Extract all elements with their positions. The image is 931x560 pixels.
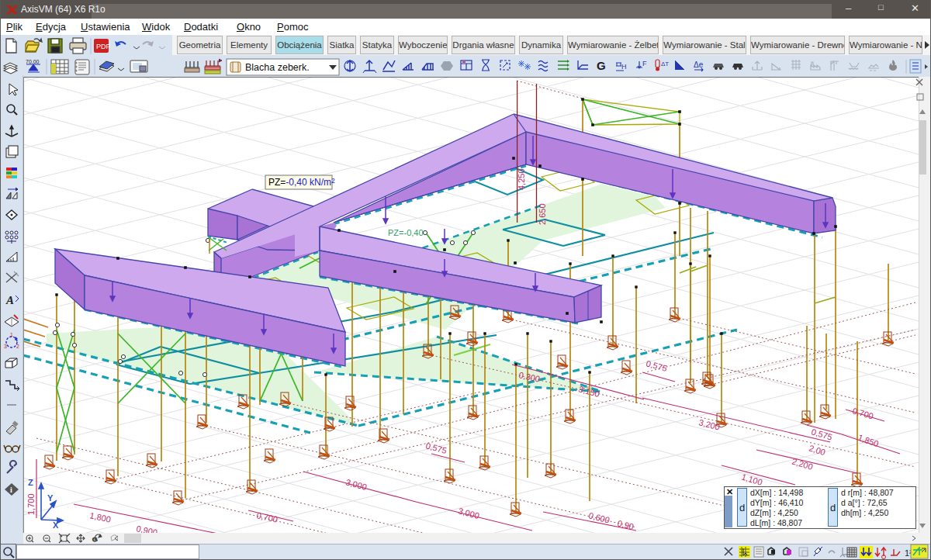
svg-text:0,575: 0,575: [810, 427, 833, 441]
svg-text:2,00: 2,00: [808, 443, 826, 457]
svg-text:A: A: [5, 294, 14, 306]
svg-text:PZ=-0,40: PZ=-0,40: [388, 228, 424, 237]
svg-text:1: 1: [10, 332, 13, 337]
svg-text:H: H: [621, 63, 627, 71]
svg-text:Y: Y: [47, 493, 54, 503]
svg-text:G: G: [597, 59, 606, 72]
svg-text:3,000: 3,000: [457, 506, 480, 520]
svg-text:3,000: 3,000: [344, 477, 368, 492]
svg-text:F: F: [642, 60, 647, 67]
svg-text:0,575: 0,575: [645, 358, 668, 373]
svg-text:4,250: 4,250: [517, 168, 526, 190]
svg-text:3,200: 3,200: [698, 417, 722, 431]
svg-text:ΔT: ΔT: [661, 60, 669, 67]
svg-text:X: X: [53, 520, 59, 530]
svg-text:Blacha zeberk.: Blacha zeberk.: [245, 62, 310, 73]
svg-text:1,800: 1,800: [89, 510, 112, 524]
svg-text:G: G: [92, 536, 97, 543]
svg-text:1,100: 1,100: [740, 472, 763, 487]
svg-text:1,700: 1,700: [26, 493, 36, 515]
svg-text:PZ=-0,40 kN/m2: PZ=-0,40 kN/m2: [268, 177, 335, 188]
svg-text:0,575: 0,575: [424, 441, 448, 455]
svg-text:3: 3: [4, 344, 7, 349]
svg-text:0,90: 0,90: [617, 518, 635, 531]
svg-text:0,900: 0,900: [136, 524, 158, 533]
svg-text:PDF: PDF: [96, 43, 111, 50]
svg-text:2,650: 2,650: [538, 203, 547, 225]
svg-text:70.00: 70.00: [26, 59, 40, 64]
svg-text:2: 2: [16, 344, 19, 349]
svg-text:1,850: 1,850: [857, 433, 880, 449]
svg-text:Δe: Δe: [694, 60, 704, 69]
svg-text:i: i: [10, 486, 12, 494]
svg-text:Z: Z: [28, 478, 33, 487]
